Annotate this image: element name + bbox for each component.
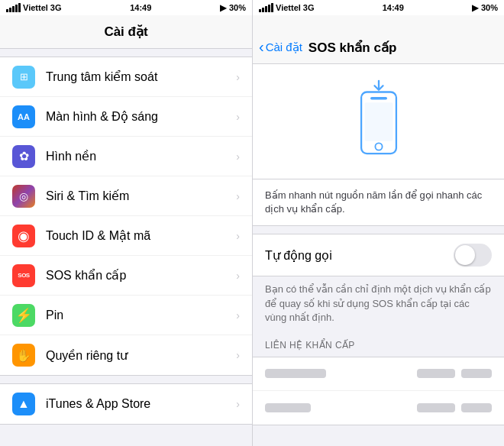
sos-content: Bấm nhanh nút nguồn năm lần để gọi nhanh… xyxy=(253,64,504,446)
right-nav-title: SOS khẩn cấp xyxy=(309,40,492,56)
wifi-icon: ▶ xyxy=(220,3,226,13)
settings-item-display[interactable]: AA Màn hình & Độ sáng › xyxy=(0,97,252,137)
touchid-icon: ◉ xyxy=(12,225,35,247)
privacy-icon: ✋ xyxy=(12,344,35,367)
settings-item-control[interactable]: ⊞ Trung tâm kiểm soát › xyxy=(0,57,252,97)
wifi-icon-right: ▶ xyxy=(472,3,478,13)
appstore-icon: ▲ xyxy=(12,393,35,415)
contacts-header: LIÊN HỆ KHẨN CẤP xyxy=(253,334,504,354)
display-label: Màn hình & Độ sáng xyxy=(46,109,233,124)
settings-item-sos[interactable]: SOS SOS khẩn cấp › xyxy=(0,256,252,296)
contact-blur-2 xyxy=(417,369,455,378)
chevron-icon: › xyxy=(236,270,240,282)
status-bar-right: Viettel 3G 14:49 ▶ 30% xyxy=(253,0,504,15)
settings-item-appstore[interactable]: ▲ iTunes & App Store › xyxy=(0,384,252,424)
chevron-icon: › xyxy=(236,309,240,322)
sos-toggle-row: Tự động gọi xyxy=(253,234,504,276)
status-bar-left: Viettel 3G 14:49 ▶ 30% xyxy=(0,0,252,15)
control-center-icon: ⊞ xyxy=(12,66,35,89)
back-button[interactable]: ‹ Cài đặt xyxy=(259,38,302,56)
network-label-right: 3G xyxy=(303,3,315,12)
battery-label: Pin xyxy=(46,309,233,322)
signal-icon-right xyxy=(259,3,273,12)
chevron-icon: › xyxy=(236,71,240,83)
svg-rect-1 xyxy=(370,97,387,100)
contact-blur-6 xyxy=(461,403,492,412)
battery-icon: ⚡ xyxy=(12,304,35,327)
sos-illustration xyxy=(253,64,504,179)
chevron-icon: › xyxy=(236,190,240,202)
carrier-info-right: Viettel 3G xyxy=(259,3,315,12)
settings-section-main: ⊞ Trung tâm kiểm soát › AA Màn hình & Độ… xyxy=(0,57,252,376)
settings-item-privacy[interactable]: ✋ Quyền riêng tư › xyxy=(0,335,252,375)
sos-description-text: Bấm nhanh nút nguồn năm lần để gọi nhanh… xyxy=(265,189,482,215)
settings-item-siri[interactable]: ◎ Siri & Tìm kiếm › xyxy=(0,176,252,216)
sos-label: SOS khẩn cấp xyxy=(46,268,233,283)
left-nav-title: Cài đặt xyxy=(104,24,147,40)
siri-icon: ◎ xyxy=(12,185,35,208)
settings-item-battery[interactable]: ⚡ Pin › xyxy=(0,296,252,335)
chevron-icon: › xyxy=(236,230,240,242)
sos-icon: SOS xyxy=(12,264,35,287)
back-chevron-icon: ‹ xyxy=(259,38,264,56)
wallpaper-icon: ✿ xyxy=(12,145,35,168)
toggle-label: Tự động gọi xyxy=(265,248,454,263)
privacy-label: Quyền riêng tư xyxy=(46,348,233,363)
contact-row-1[interactable] xyxy=(253,357,504,391)
control-label: Trung tâm kiểm soát xyxy=(46,69,233,84)
wallpaper-label: Hình nền xyxy=(46,149,233,163)
settings-section-store: ▲ iTunes & App Store › xyxy=(0,383,252,425)
time-label-right: 14:49 xyxy=(383,3,404,12)
sos-description: Bấm nhanh nút nguồn năm lần để gọi nhanh… xyxy=(253,179,504,226)
carrier-label-right: Viettel xyxy=(276,3,301,12)
chevron-icon: › xyxy=(236,349,240,361)
contact-blur-3 xyxy=(461,369,492,378)
battery-area-right: ▶ 30% xyxy=(472,3,498,13)
sos-contacts-section xyxy=(253,357,504,425)
network-label: 3G xyxy=(50,3,62,12)
chevron-icon: › xyxy=(236,111,240,123)
signal-icon xyxy=(6,3,21,12)
phone-illustration xyxy=(348,79,409,163)
sos-toggle-section: Tự động gọi xyxy=(253,234,504,276)
time-label: 14:49 xyxy=(130,3,151,12)
right-nav-bar: ‹ Cài đặt SOS khẩn cấp xyxy=(253,15,504,64)
back-label: Cài đặt xyxy=(266,40,302,54)
settings-list: ⊞ Trung tâm kiểm soát › AA Màn hình & Độ… xyxy=(0,49,252,446)
auto-call-toggle[interactable] xyxy=(454,244,492,267)
battery-label: 30% xyxy=(229,3,246,12)
battery-area: ▶ 30% xyxy=(220,3,246,13)
svg-point-2 xyxy=(375,143,382,150)
appstore-label: iTunes & App Store xyxy=(46,397,233,411)
sos-toggle-description: Bạn có thể vẫn cần chỉ định một dịch vụ … xyxy=(253,276,504,334)
settings-item-touchid[interactable]: ◉ Touch ID & Mật mã › xyxy=(0,216,252,256)
right-panel: Viettel 3G 14:49 ▶ 30% ‹ Cài đặt SOS khẩ… xyxy=(252,0,504,446)
toggle-desc-text: Bạn có thể vẫn cần chỉ định một dịch vụ … xyxy=(265,283,491,322)
touchid-label: Touch ID & Mật mã xyxy=(46,228,233,243)
siri-label: Siri & Tìm kiếm xyxy=(46,189,233,203)
toggle-knob xyxy=(455,245,475,265)
chevron-icon: › xyxy=(236,398,240,410)
settings-item-wallpaper[interactable]: ✿ Hình nền › xyxy=(0,137,252,176)
contact-blur-1 xyxy=(265,369,326,378)
left-panel: Viettel 3G 14:49 ▶ 30% Cài đặt ⊞ Trung t… xyxy=(0,0,252,446)
carrier-label: Viettel xyxy=(23,3,48,12)
contact-row-2[interactable] xyxy=(253,391,504,425)
svg-rect-3 xyxy=(364,102,393,141)
battery-label-right: 30% xyxy=(481,3,498,12)
contact-blur-5 xyxy=(417,403,455,412)
contact-blur-4 xyxy=(265,403,311,412)
left-nav-bar: Cài đặt xyxy=(0,15,252,49)
chevron-icon: › xyxy=(236,150,240,163)
display-icon: AA xyxy=(12,105,35,128)
carrier-info: Viettel 3G xyxy=(6,3,62,12)
